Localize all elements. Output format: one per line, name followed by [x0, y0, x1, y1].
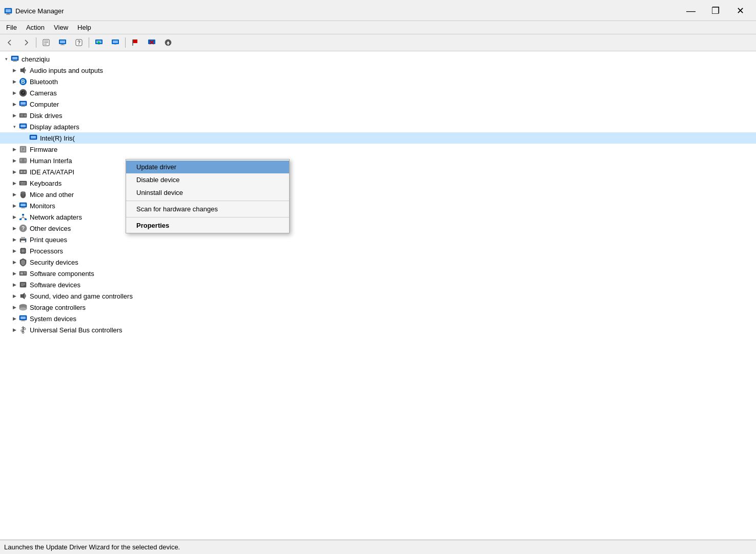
ctx-disable-device-label: Disable device — [136, 176, 180, 184]
svg-rect-69 — [22, 182, 23, 183]
tree-item-display[interactable]: ▾ Display adapters — [0, 121, 756, 132]
display-button[interactable] — [108, 36, 123, 49]
tree-item-keyboards[interactable]: ▶ Keyboards — [0, 177, 756, 189]
tree-item-cameras[interactable]: ▶ Cameras — [0, 87, 756, 98]
disk-expand-icon: ▶ — [10, 111, 18, 120]
ctx-scan-hardware[interactable]: Scan for hardware changes — [126, 203, 289, 215]
restore-button[interactable]: ❐ — [704, 3, 727, 18]
other-label: Other devices — [30, 225, 71, 232]
tree-item-sound[interactable]: ▶ Sound, video and game controllers — [0, 290, 756, 302]
svg-rect-32 — [13, 61, 17, 62]
ctx-properties[interactable]: Properties — [126, 219, 289, 232]
run-button[interactable] — [91, 36, 107, 49]
svg-text:?: ? — [22, 226, 25, 231]
ide-expand-icon: ▶ — [10, 168, 18, 176]
tree-item-bluetooth[interactable]: ▶ B Bluetooth — [0, 76, 756, 87]
tree-item-monitors[interactable]: ▶ Monitors — [0, 200, 756, 211]
svg-rect-21 — [133, 39, 137, 43]
update-driver-toolbar-button[interactable] — [55, 36, 70, 49]
cameras-expand-icon: ▶ — [10, 89, 18, 97]
tree-item-software-devices[interactable]: ▶ Software devices — [0, 279, 756, 290]
menu-action[interactable]: Action — [22, 22, 49, 33]
minimize-button[interactable]: — — [679, 3, 703, 18]
computer-icon — [18, 100, 28, 109]
download-button[interactable] — [160, 36, 176, 49]
tree-root[interactable]: ▾ chenziqiu — [0, 53, 756, 65]
svg-point-45 — [24, 114, 26, 116]
svg-rect-3 — [6, 14, 10, 15]
firmware-expand-icon: ▶ — [10, 145, 18, 153]
window-title: Device Manager — [15, 7, 64, 15]
svg-rect-11 — [60, 45, 65, 45]
svg-rect-83 — [25, 219, 27, 220]
print-icon — [18, 235, 28, 244]
ctx-disable-device[interactable]: Disable device — [126, 173, 289, 186]
firmware-label: Firmware — [30, 146, 57, 153]
menu-help[interactable]: Help — [73, 22, 95, 33]
ctx-uninstall-device[interactable]: Uninstall device — [126, 186, 289, 199]
flag-button[interactable] — [128, 36, 143, 49]
network-icon — [18, 212, 28, 222]
tree-item-other[interactable]: ▶ ? Other devices — [0, 223, 756, 234]
mice-expand-icon: ▶ — [10, 190, 18, 199]
menu-view[interactable]: View — [50, 22, 72, 33]
tree-item-ide[interactable]: ▶ IDE ATA/ATAPI — [0, 166, 756, 177]
svg-rect-81 — [22, 214, 24, 215]
tree-item-system[interactable]: ▶ System devices — [0, 313, 756, 324]
svg-rect-94 — [22, 249, 25, 252]
tree-item-print[interactable]: ▶ Print queues — [0, 234, 756, 245]
svg-text:B: B — [21, 78, 25, 85]
network-expand-icon: ▶ — [10, 213, 18, 221]
tree-item-hid[interactable]: ▶ Human Interfa — [0, 155, 756, 166]
app-icon — [4, 7, 12, 15]
tree-item-firmware[interactable]: ▶ Firmware — [0, 144, 756, 155]
svg-rect-54 — [32, 140, 34, 140]
svg-point-76 — [23, 191, 24, 192]
root-computer-icon — [10, 54, 19, 64]
svg-rect-19 — [113, 41, 118, 43]
tree-view[interactable]: ▾ chenziqiu ▶ Audio inputs and outpu — [0, 51, 756, 540]
svg-rect-1 — [6, 9, 11, 12]
back-button[interactable] — [2, 36, 17, 49]
svg-rect-110 — [24, 274, 26, 274]
menu-file[interactable]: File — [2, 22, 21, 33]
keyboards-expand-icon: ▶ — [10, 179, 18, 187]
svg-rect-82 — [19, 219, 22, 220]
svg-point-92 — [25, 239, 26, 240]
properties-toolbar-button[interactable] — [38, 36, 54, 49]
bluetooth-icon: B — [18, 77, 28, 86]
tree-item-processors[interactable]: ▶ Proces — [0, 245, 756, 256]
audio-expand-icon: ▶ — [10, 66, 18, 74]
menu-bar: File Action View Help — [0, 21, 756, 34]
tree-item-network[interactable]: ▶ Network adapters — [0, 211, 756, 223]
tree-item-mice[interactable]: ▶ Mice and other — [0, 189, 756, 200]
close-button[interactable]: ✕ — [728, 3, 752, 18]
firmware-icon — [18, 145, 28, 154]
svg-rect-43 — [21, 106, 25, 107]
forward-button[interactable] — [18, 36, 34, 49]
tree-item-usb[interactable]: ▶ Universal Serial Bus controllers — [0, 324, 756, 335]
ctx-update-driver[interactable]: Update driver — [126, 161, 289, 173]
tree-item-audio[interactable]: ▶ Audio inputs and outputs — [0, 65, 756, 76]
tree-item-storage[interactable]: ▶ Storage controllers — [0, 302, 756, 313]
svg-rect-30 — [12, 57, 17, 60]
svg-rect-71 — [25, 182, 26, 183]
toolbar: ? — [0, 34, 756, 51]
network-label: Network adapters — [30, 213, 82, 221]
svg-text:?: ? — [77, 40, 80, 46]
svg-rect-91 — [21, 241, 25, 243]
tree-item-software-components[interactable]: ▶ Software components — [0, 268, 756, 279]
intel-iris-label: Intel(R) Iris( — [40, 134, 75, 142]
ctx-uninstall-device-label: Uninstall device — [136, 189, 183, 196]
tree-item-security[interactable]: ▶ Security devices — [0, 256, 756, 268]
system-expand-icon: ▶ — [10, 314, 18, 323]
help-toolbar-button[interactable]: ? — [71, 36, 87, 49]
bluetooth-expand-icon: ▶ — [10, 77, 18, 86]
svg-rect-65 — [21, 171, 23, 173]
tree-item-computer[interactable]: ▶ Computer — [0, 98, 756, 110]
remove-button[interactable] — [144, 36, 159, 49]
tree-item-intel-iris[interactable]: Intel(R) Iris( — [0, 132, 756, 144]
tree-item-disk[interactable]: ▶ Disk drives — [0, 110, 756, 121]
svg-rect-79 — [22, 207, 24, 208]
svg-rect-17 — [98, 44, 100, 45]
